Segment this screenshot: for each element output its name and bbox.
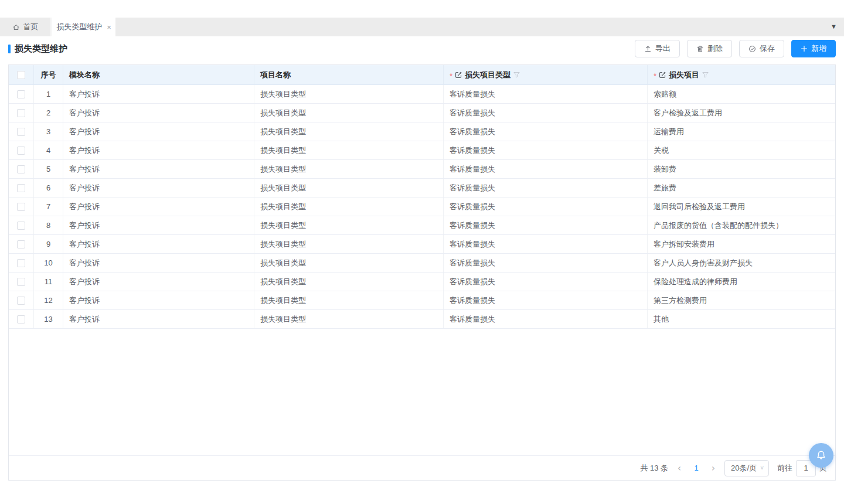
row-checkbox[interactable] [17,90,25,98]
row-loss-item[interactable]: 装卸费 [648,160,835,178]
row-loss-type[interactable]: 客诉质量损失 [444,235,648,253]
row-checkbox[interactable] [17,297,25,305]
notification-fab[interactable] [809,443,833,468]
row-loss-item[interactable]: 保险处理造成的律师费用 [648,273,835,291]
row-checkbox-cell [9,141,34,159]
table-row: 7 客户投诉 损失项目类型 客诉质量损失 退回我司后检验及返工费用 [9,197,835,216]
chevron-left-icon[interactable]: ‹ [676,463,682,474]
row-checkbox[interactable] [17,147,25,155]
row-index: 6 [34,179,63,197]
pagination-current-page[interactable]: 1 [690,464,702,472]
filter-icon[interactable] [513,71,520,79]
row-index: 8 [34,216,63,234]
bell-icon [815,449,827,461]
row-project: 损失项目类型 [254,310,444,328]
row-loss-type[interactable]: 客诉质量损失 [444,310,648,328]
goto-label: 前往 [777,463,792,474]
row-checkbox-cell [9,273,34,291]
row-loss-item[interactable]: 客户拆卸安装费用 [648,235,835,253]
row-checkbox[interactable] [17,278,25,286]
header-index: 序号 [34,65,63,84]
row-loss-type[interactable]: 客诉质量损失 [444,254,648,272]
select-all-checkbox[interactable] [17,71,25,79]
row-module: 客户投诉 [63,104,254,122]
row-module: 客户投诉 [63,179,254,197]
row-loss-item[interactable]: 第三方检测费用 [648,291,835,309]
row-loss-item[interactable]: 退回我司后检验及返工费用 [648,197,835,216]
header-project: 项目名称 [254,65,444,84]
row-loss-item[interactable]: 索赔额 [648,85,835,103]
row-index: 7 [34,197,63,216]
table-row: 1 客户投诉 损失项目类型 客诉质量损失 索赔额 [9,85,835,104]
row-loss-type[interactable]: 客诉质量损失 [444,85,648,103]
row-checkbox-cell [9,85,34,103]
row-project: 损失项目类型 [254,197,444,216]
table-row: 8 客户投诉 损失项目类型 客诉质量损失 产品报废的货值（含装配的配件损失） [9,216,835,235]
row-loss-item[interactable]: 客户检验及返工费用 [648,104,835,122]
row-loss-item[interactable]: 关税 [648,141,835,159]
table-body: 1 客户投诉 损失项目类型 客诉质量损失 索赔额 2 客户投诉 损失项目类型 客… [9,85,835,329]
export-icon [644,45,652,53]
page-title-text: 损失类型维护 [15,43,67,55]
row-loss-type[interactable]: 客诉质量损失 [444,216,648,234]
row-checkbox-cell [9,104,34,122]
row-loss-type[interactable]: 客诉质量损失 [444,197,648,216]
row-loss-type[interactable]: 客诉质量损失 [444,291,648,309]
table-empty-area [9,329,835,455]
tab-bar: 首页 损失类型维护 × ▼ [0,18,844,36]
row-checkbox[interactable] [17,128,25,136]
caret-down-icon: ˅ [760,465,764,471]
edit-icon [659,71,666,79]
filter-icon[interactable] [702,71,709,79]
row-loss-item[interactable]: 其他 [648,310,835,328]
row-checkbox[interactable] [17,222,25,230]
chevron-right-icon[interactable]: › [710,463,716,474]
row-checkbox[interactable] [17,109,25,117]
row-module: 客户投诉 [63,254,254,272]
row-checkbox[interactable] [17,259,25,267]
table-row: 9 客户投诉 损失项目类型 客诉质量损失 客户拆卸安装费用 [9,235,835,254]
tab-home-label: 首页 [23,22,39,32]
export-button[interactable]: 导出 [635,40,680,57]
row-loss-item[interactable]: 差旅费 [648,179,835,197]
row-loss-item[interactable]: 运输费用 [648,122,835,141]
row-checkbox[interactable] [17,165,25,173]
tab-active-label: 损失类型维护 [56,22,102,32]
edit-icon [455,71,462,79]
row-index: 9 [34,235,63,253]
row-checkbox[interactable] [17,203,25,211]
row-loss-type[interactable]: 客诉质量损失 [444,104,648,122]
row-module: 客户投诉 [63,273,254,291]
header-checkbox-cell [9,65,34,84]
tab-loss-type-maintenance[interactable]: 损失类型维护 × [52,18,115,36]
row-loss-type[interactable]: 客诉质量损失 [444,179,648,197]
row-loss-item[interactable]: 客户人员人身伤害及财产损失 [648,254,835,272]
row-project: 损失项目类型 [254,273,444,291]
row-checkbox-cell [9,160,34,178]
row-loss-type[interactable]: 客诉质量损失 [444,273,648,291]
add-button[interactable]: 新增 [791,40,836,57]
save-button-label: 保存 [760,43,775,54]
table-row: 3 客户投诉 损失项目类型 客诉质量损失 运输费用 [9,122,835,141]
row-loss-item[interactable]: 产品报废的货值（含装配的配件损失） [648,216,835,234]
row-index: 1 [34,85,63,103]
row-checkbox[interactable] [17,315,25,323]
close-icon[interactable]: × [107,23,111,31]
row-checkbox-cell [9,216,34,234]
row-checkbox-cell [9,235,34,253]
row-loss-type[interactable]: 客诉质量损失 [444,141,648,159]
row-loss-type[interactable]: 客诉质量损失 [444,122,648,141]
row-checkbox[interactable] [17,184,25,192]
add-icon [801,45,808,52]
row-module: 客户投诉 [63,122,254,141]
row-module: 客户投诉 [63,141,254,159]
delete-button[interactable]: 删除 [687,40,732,57]
caret-down-icon[interactable]: ▼ [831,23,837,30]
row-loss-type[interactable]: 客诉质量损失 [444,160,648,178]
page-size-select[interactable]: 20条/页 ˅ [724,460,769,476]
row-checkbox[interactable] [17,240,25,248]
row-project: 损失项目类型 [254,122,444,141]
row-project: 损失项目类型 [254,160,444,178]
tab-home[interactable]: 首页 [0,18,50,36]
save-button[interactable]: 保存 [739,40,784,57]
